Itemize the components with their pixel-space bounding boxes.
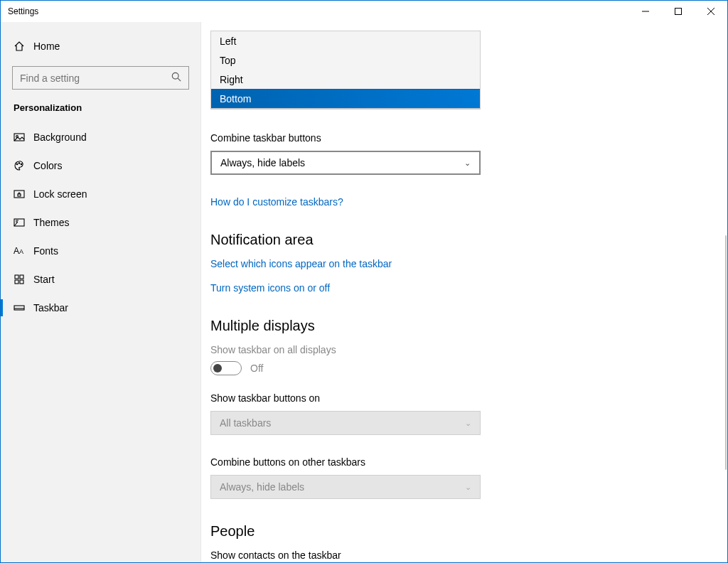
sidebar-item-lockscreen[interactable]: Lock screen [1,180,200,208]
combine-taskbar-label: Combine taskbar buttons [210,132,481,144]
svg-point-8 [16,163,18,165]
search-input[interactable] [12,66,189,90]
sidebar-item-start[interactable]: Start [1,265,200,294]
taskbar-icon [14,302,33,313]
svg-line-5 [178,78,181,81]
sidebar-item-label: Start [33,274,55,285]
taskbar-location-dropdown-open[interactable]: Left Top Right Bottom [210,31,481,109]
scrollbar[interactable] [724,22,727,562]
dropdown-option-bottom[interactable]: Bottom [211,89,480,108]
svg-point-10 [21,163,22,165]
scrollbar-thumb[interactable] [725,235,727,470]
combine-taskbar-value: Always, hide labels [220,157,305,168]
sidebar-item-background[interactable]: Background [1,123,200,151]
sidebar-item-taskbar[interactable]: Taskbar [1,294,200,322]
svg-rect-15 [20,275,23,279]
fonts-icon: AA [14,246,33,256]
multiple-displays-heading: Multiple displays [210,318,481,334]
window-buttons [629,1,727,22]
picture-icon [14,132,33,143]
dropdown-option-left[interactable]: Left [211,31,480,50]
close-button[interactable] [695,1,727,22]
start-icon [14,274,33,285]
combine-other-value: Always, hide labels [220,481,304,493]
sidebar-item-label: Lock screen [33,188,87,200]
content: Home Personalization Background Colors L… [1,22,727,562]
dropdown-option-right[interactable]: Right [211,70,480,89]
show-taskbar-buttons-label: Show taskbar buttons on [210,392,481,404]
svg-rect-12 [18,194,21,196]
home-icon [14,41,33,52]
home-label: Home [33,41,60,52]
sidebar-item-label: Taskbar [33,302,68,313]
dropdown-option-top[interactable]: Top [211,50,480,70]
toggle-state: Off [250,363,263,374]
section-heading: Personalization [1,100,200,123]
sidebar-item-label: Fonts [33,245,58,257]
search-icon [171,72,181,85]
minimize-button[interactable] [629,1,662,22]
show-taskbar-buttons-value: All taskbars [220,417,271,429]
svg-rect-18 [14,306,24,310]
palette-icon [14,160,33,171]
chevron-down-icon: ⌄ [465,419,471,428]
sidebar-item-label: Background [33,132,87,143]
chevron-down-icon: ⌄ [464,159,471,168]
sidebar-item-label: Themes [33,217,70,228]
notification-area-heading: Notification area [210,232,481,248]
home-button[interactable]: Home [1,32,200,60]
sidebar-item-colors[interactable]: Colors [1,151,200,180]
combine-taskbar-select[interactable]: Always, hide labels ⌄ [210,151,481,175]
combine-other-label: Combine buttons on other taskbars [210,456,481,468]
chevron-down-icon: ⌄ [465,483,471,492]
toggle-off [210,361,242,375]
svg-point-4 [172,73,178,79]
sidebar-item-fonts[interactable]: AA Fonts [1,237,200,265]
combine-other-select: Always, hide labels ⌄ [210,475,481,499]
show-taskbar-buttons-select: All taskbars ⌄ [210,411,481,435]
lockscreen-icon [14,188,33,200]
maximize-button[interactable] [662,1,695,22]
show-taskbar-all-label: Show taskbar on all displays [210,344,481,355]
sidebar: Home Personalization Background Colors L… [1,22,201,562]
window-title: Settings [8,6,38,16]
show-contacts-label: Show contacts on the taskbar [210,549,481,561]
svg-rect-16 [15,280,18,284]
themes-icon [14,217,33,228]
svg-point-9 [18,163,20,164]
system-icons-link[interactable]: Turn system icons on or off [210,282,481,294]
customize-taskbars-link[interactable]: How do I customize taskbars? [210,196,481,208]
svg-rect-17 [20,280,23,284]
sidebar-item-label: Colors [33,160,62,171]
main: Left Top Right Bottom Combine taskbar bu… [201,22,727,562]
svg-rect-1 [675,9,682,15]
sidebar-item-themes[interactable]: Themes [1,208,200,237]
svg-rect-14 [15,275,18,279]
search-field[interactable] [20,73,171,84]
people-heading: People [210,523,481,540]
show-taskbar-all-toggle: Off [210,361,481,375]
select-icons-link[interactable]: Select which icons appear on the taskbar [210,258,481,269]
titlebar: Settings [1,1,727,22]
